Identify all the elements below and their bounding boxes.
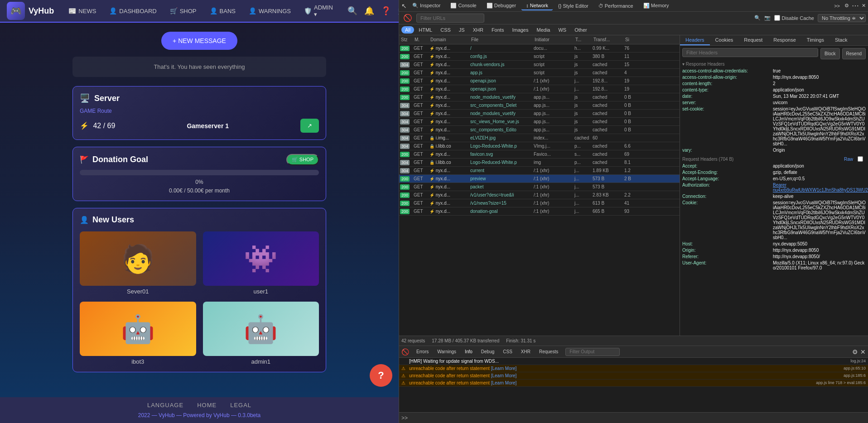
network-row[interactable]: 200 GET ⚡ nyx.d... openapi.json /:1 (xhr…	[399, 77, 680, 85]
network-row[interactable]: 304 GET 🔒 i.img... eLVIZEH.jpg index... …	[399, 134, 680, 142]
filter-tab-images[interactable]: Images	[508, 26, 532, 34]
connect-button[interactable]: ↗	[300, 119, 319, 133]
nav-item-news[interactable]: 📰NEWS	[63, 5, 101, 17]
network-row[interactable]: 200 GET ⚡ nyx.d... packet /:1 (xhr) j...…	[399, 183, 680, 191]
network-row[interactable]: 200 GET ⚡ nyx.d... preview /:1 (xhr) j..…	[399, 175, 680, 183]
logo[interactable]: 🎮 VyHub	[7, 2, 54, 20]
server-route-link[interactable]: GAME Route	[80, 108, 319, 114]
network-row[interactable]: 304 GET ⚡ nyx.d... src_components_Delet …	[399, 101, 680, 110]
network-row[interactable]: 200 GET ⚡ nyx.d... favicon.svg Favico...…	[399, 150, 680, 159]
search-icon[interactable]: 🔍	[347, 6, 357, 16]
tab-request[interactable]: Request	[738, 35, 768, 45]
filter-tab-other[interactable]: Other	[571, 26, 591, 34]
filter-tab-js[interactable]: JS	[455, 26, 468, 34]
network-row[interactable]: 304 GET 🔒 i.libb.co Logo-Reduced-White.p…	[399, 142, 680, 150]
help-button[interactable]: ?	[370, 364, 392, 387]
user-avatar-user1[interactable]: 👾	[203, 231, 319, 286]
console-filter-tab-xhr[interactable]: XHR	[517, 348, 534, 355]
filter-tab-xhr[interactable]: XHR	[469, 26, 487, 34]
footer-link-language[interactable]: LANGUAGE	[147, 402, 183, 409]
filter-tab-all[interactable]: All	[401, 26, 414, 34]
nav-item-shop[interactable]: 🛒SHOP	[164, 5, 202, 17]
camera-icon[interactable]: 📷	[764, 15, 771, 21]
network-row[interactable]: 304 GET ⚡ nyx.d... src_components_Edito …	[399, 126, 680, 134]
tab-memory[interactable]: 📊 Memory	[639, 1, 674, 10]
network-row[interactable]: 200 GET ⚡ nyx.d... openapi.json /:1 (xhr…	[399, 85, 680, 93]
clear-network-button[interactable]: 🚫	[401, 13, 414, 23]
tab-debugger[interactable]: ⬜ Debugger	[482, 1, 521, 10]
console-filter-tab-warnings[interactable]: Warnings	[434, 348, 460, 355]
network-row[interactable]: 304 GET ⚡ nyx.d... current /:1 (xhr) j..…	[399, 167, 680, 175]
filter-tab-ws[interactable]: WS	[555, 26, 570, 34]
tab-headers[interactable]: Headers	[680, 35, 710, 45]
throttling-select[interactable]: No Throttling ≑	[818, 14, 866, 22]
initiator-cell: /:1 (xhr)	[533, 201, 574, 206]
console-settings-icon[interactable]: ⚙	[852, 348, 858, 356]
nav-item-admin[interactable]: 🛡️ADMIN ▾	[299, 1, 338, 20]
filter-tab-fonts[interactable]: Fonts	[488, 26, 508, 34]
network-row[interactable]: 304 GET ⚡ nyx.d... node_modules_vuetify …	[399, 110, 680, 118]
devtools-more-icon[interactable]: ⋯	[852, 1, 859, 10]
tab-style-editor[interactable]: {} Style Editor	[554, 2, 593, 10]
devtools-close-icon[interactable]: ✕	[862, 3, 866, 9]
filter-tab-media[interactable]: Media	[533, 26, 554, 34]
disable-cache-checkbox[interactable]	[774, 15, 780, 21]
console-filter-tab-css[interactable]: CSS	[499, 348, 516, 355]
network-row[interactable]: 304 GET ⚡ nyx.d... src_views_Home_vue.js…	[399, 118, 680, 126]
footer-link-home[interactable]: HOME	[197, 402, 217, 409]
console-clear-icon[interactable]: 🚫	[401, 348, 409, 356]
user-avatar-ibot3[interactable]: 🤖	[80, 302, 196, 356]
tab-timings[interactable]: Timings	[801, 35, 829, 45]
network-row[interactable]: 200 GET ⚡ nyx.d... / docu... h... 0.99 K…	[399, 44, 680, 53]
network-row[interactable]: 304 GET ⚡ nyx.d... chunk-vendors.js scri…	[399, 61, 680, 69]
footer-link-legal[interactable]: LEGAL	[230, 402, 251, 409]
notification-icon[interactable]: 🔔	[364, 6, 374, 16]
raw-toggle[interactable]	[855, 156, 866, 162]
tab-inspector[interactable]: 🔍 Inspector	[408, 1, 445, 10]
network-row[interactable]: 200 GET ⚡ nyx.d... config.js script js 3…	[399, 53, 680, 61]
learn-more-link[interactable]: [Learn More]	[491, 373, 517, 378]
filter-headers-input[interactable]	[682, 48, 818, 57]
user-avatar-admin1[interactable]: 🤖	[203, 302, 319, 356]
filter-tab-css[interactable]: CSS	[437, 26, 454, 34]
console-filter-tab-requests[interactable]: Requests	[535, 348, 562, 355]
network-row[interactable]: 200 GET ⚡ nyx.d... /v1/news?size=15 /:1 …	[399, 199, 680, 207]
tab-cookies[interactable]: Cookies	[710, 35, 739, 45]
resend-button[interactable]: Resend	[842, 48, 866, 59]
console-close-icon[interactable]: ✕	[860, 348, 866, 356]
devtools-cursor-icon[interactable]: ↖	[401, 2, 407, 10]
nav-item-warnings[interactable]: 👤WARNINGS	[243, 5, 296, 17]
settings-icon[interactable]: ⚙	[844, 3, 849, 9]
more-tabs-icon[interactable]: >>	[834, 3, 840, 9]
network-row[interactable]: 200 GET ⚡ nyx.d... app.js script js cach…	[399, 69, 680, 77]
network-row[interactable]: 200 GET ⚡ nyx.d... node_modules_vuetify …	[399, 93, 680, 101]
nav-item-bans[interactable]: 👤BANS	[204, 5, 241, 17]
tab-response[interactable]: Response	[768, 35, 801, 45]
tab-performance[interactable]: ⏱ Performance	[594, 2, 638, 10]
learn-more-link[interactable]: [Learn More]	[491, 380, 517, 385]
raw-button[interactable]: Raw	[844, 157, 853, 162]
tab-network[interactable]: ↕ Network	[521, 1, 553, 10]
network-row[interactable]: 304 GET 🔒 i.libb.co Logo-Reduced-White.p…	[399, 159, 680, 167]
new-message-button[interactable]: + NEW MESSAGE	[161, 32, 237, 50]
help-icon[interactable]: ❓	[381, 6, 391, 16]
console-filter-tab-errors[interactable]: Errors	[413, 348, 432, 355]
console-filter-tab-info[interactable]: Info	[461, 348, 476, 355]
tab-stack[interactable]: Stack	[829, 35, 853, 45]
console-filter-tab-debug[interactable]: Debug	[477, 348, 498, 355]
initiator-cell: script	[533, 70, 574, 75]
console-filter-input[interactable]	[565, 348, 620, 356]
search-network-icon[interactable]: 🔍	[754, 15, 761, 21]
network-row[interactable]: 200 GET ⚡ nyx.d... donation-goal /:1 (xh…	[399, 207, 680, 216]
learn-more-link[interactable]: [Learn More]	[491, 366, 517, 371]
donation-shop-button[interactable]: 🛒 SHOP	[286, 154, 319, 165]
nav-item-dashboard[interactable]: 👤DASHBOARD	[104, 5, 162, 17]
filter-urls-input[interactable]	[416, 14, 484, 23]
tab-console[interactable]: ⬜ Console	[446, 1, 481, 10]
block-button[interactable]: Block	[820, 48, 839, 59]
filter-tab-html[interactable]: HTML	[415, 26, 436, 34]
file-cell: config.js	[469, 54, 533, 59]
user-avatar-sever01[interactable]: 🧑	[80, 231, 196, 286]
auth-value[interactable]: Bearer nu4xrb9uRwlUbWXW1c1JhnSha8hyDS13W…	[773, 183, 868, 192]
network-row[interactable]: 200 GET ⚡ nyx.d... /v1/user?desc=true&li…	[399, 191, 680, 199]
